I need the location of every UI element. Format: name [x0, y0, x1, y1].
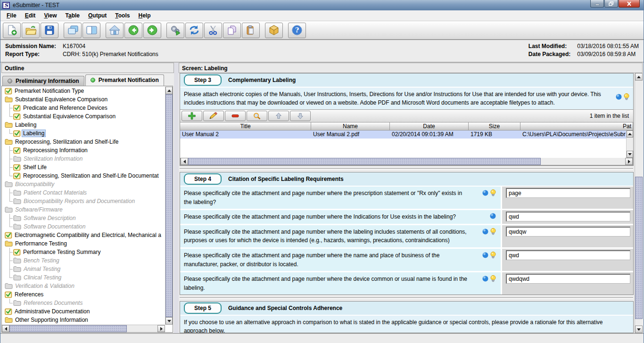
scroll-down-button[interactable] — [627, 151, 633, 158]
tree-item-reprocessing-sterilization-and-shelf-lif[interactable]: Reprocessing, Sterilization and Shelf-Li… — [3, 138, 165, 146]
refresh-button[interactable] — [185, 23, 203, 38]
tree-item-clinical-testing[interactable]: Clinical Testing — [3, 273, 165, 282]
menu-file[interactable]: File — [2, 11, 21, 20]
tab-premarket-notification[interactable]: Premarket Notification — [85, 74, 164, 86]
column-header-pat[interactable]: Pat — [520, 122, 633, 131]
home-button[interactable] — [106, 23, 124, 38]
menu-view[interactable]: View — [40, 11, 61, 20]
copy-button[interactable] — [223, 23, 241, 38]
scrollbar-thumb[interactable] — [188, 158, 541, 165]
minimize-button[interactable] — [590, 0, 604, 8]
paste-button[interactable] — [242, 23, 260, 38]
tree-horizontal-scrollbar[interactable] — [2, 325, 165, 332]
tree-item-software-description[interactable]: Software Description — [3, 214, 165, 222]
tree-item-verification-validation[interactable]: Verification & Validation — [3, 282, 165, 290]
cut-button[interactable] — [204, 23, 222, 38]
tree-item-predicate-and-reference-devices[interactable]: Predicate and Reference Devices — [3, 104, 165, 112]
citation-input-3[interactable] — [506, 227, 630, 237]
move-up-button[interactable] — [268, 111, 289, 121]
tab-preliminary-information[interactable]: Preliminary Information — [2, 76, 84, 86]
split-view-button[interactable] — [83, 23, 100, 38]
open-folder-button[interactable] — [22, 23, 40, 38]
back-button[interactable] — [124, 23, 142, 38]
tree-item-labeling[interactable]: Labeling — [3, 129, 165, 138]
tree-vertical-scrollbar[interactable] — [165, 87, 173, 325]
new-file-button[interactable] — [3, 23, 21, 38]
cascade-windows-button[interactable] — [64, 23, 82, 38]
remove-button[interactable] — [225, 111, 246, 121]
tree-item-other-supporting-information[interactable]: Other Supporting Information — [3, 316, 165, 324]
scroll-up-button[interactable] — [635, 73, 643, 81]
tree-item-administrative-documentation[interactable]: Administrative Documentation — [3, 307, 165, 316]
column-header-title[interactable]: Title — [180, 122, 311, 131]
tree-item-software-firmware[interactable]: Software/Firmware — [3, 205, 165, 214]
forward-button[interactable] — [143, 23, 161, 38]
tree-item-substantial-equivalence-comparison[interactable]: Substantial Equivalence Comparison — [3, 112, 165, 121]
tree-item-references-documents[interactable]: References Documents — [3, 299, 165, 307]
scroll-up-button[interactable] — [627, 131, 633, 138]
table-row[interactable]: User Manual 2User Manual 2.pdf02/20/2014… — [180, 131, 633, 139]
scroll-up-button[interactable] — [165, 87, 173, 94]
menu-output[interactable]: Output — [84, 11, 111, 20]
open-folder-icon — [25, 25, 37, 35]
scroll-down-button[interactable] — [165, 317, 173, 325]
tree-item-bench-testing[interactable]: Bench Testing — [3, 256, 165, 265]
lightbulb-icon — [490, 275, 496, 282]
remove-icon — [231, 113, 239, 119]
menu-help[interactable]: Help — [134, 11, 155, 20]
tree-item-software-documentation[interactable]: Software Documentation — [3, 222, 165, 231]
panel-splitter[interactable] — [174, 63, 179, 333]
tree-item-shelf-life[interactable]: Shelf Life — [3, 163, 165, 172]
edit-button[interactable] — [203, 111, 224, 121]
close-button[interactable] — [619, 0, 640, 8]
tree-item-animal-testing[interactable]: Animal Testing — [3, 265, 165, 273]
tree-item-patient-contact-materials[interactable]: Patient Contact Materials — [3, 188, 165, 197]
menu-table[interactable]: Table — [61, 11, 84, 20]
package-button[interactable] — [265, 23, 283, 38]
save-button[interactable] — [41, 23, 58, 38]
tree-item-substantial-equivalence-comparison[interactable]: Substantial Equivalence Comparison — [3, 95, 165, 104]
column-header-size[interactable]: Size — [469, 122, 520, 131]
menu-tools[interactable]: Tools — [111, 11, 134, 20]
column-header-name[interactable]: Name — [311, 122, 390, 131]
scroll-right-button[interactable] — [157, 325, 165, 332]
screen-vertical-scrollbar[interactable] — [635, 73, 643, 333]
scrollbar-thumb[interactable] — [9, 325, 127, 332]
tree-item-biocompatibility-reports-and-documentati[interactable]: Biocompatibility Reports and Documentati… — [3, 197, 165, 205]
view-search-button[interactable] — [247, 111, 267, 121]
restore-button[interactable] — [604, 0, 618, 8]
tree-item-biocompatibility[interactable]: Biocompatibility — [3, 180, 165, 188]
tree-item-sterilization-information[interactable]: Sterilization Information — [3, 155, 165, 163]
citation-input-5[interactable] — [506, 274, 630, 284]
tree-item-performance-testing-summary[interactable]: Performance Testing Summary — [3, 248, 165, 256]
column-header-date[interactable]: Date — [390, 122, 469, 131]
tree-item-reprocessing-sterilization-and-shelf-lif[interactable]: Reprocessing, Sterilization and Shelf-Li… — [3, 172, 165, 180]
tree-item-labeling[interactable]: Labeling — [3, 121, 165, 129]
scrollbar-thumb[interactable] — [165, 94, 173, 317]
step3-header: Step 3 Complementary Labeling — [180, 74, 633, 88]
tree-item-premarket-notification-type[interactable]: Premarket Notification Type — [3, 87, 165, 95]
status-bar — [0, 333, 644, 343]
move-up-icon — [275, 112, 282, 120]
citation-input-2[interactable] — [506, 212, 630, 221]
tree-item-performance-testing[interactable]: Performance Testing — [3, 239, 165, 248]
table-vertical-scrollbar[interactable] — [626, 131, 633, 158]
citation-input-1[interactable] — [506, 188, 630, 198]
run-gears-button[interactable] — [166, 23, 184, 38]
tree-item-reprocessing-information[interactable]: Reprocessing Information — [3, 146, 165, 155]
paste-icon — [246, 25, 256, 35]
scrollbar-thumb[interactable] — [635, 177, 643, 319]
citation-input-4[interactable] — [506, 250, 630, 260]
main-area: Outline Preliminary InformationPremarket… — [0, 63, 644, 333]
move-down-button[interactable] — [290, 111, 311, 121]
tree-item-electromagnetic-compatibility-and-electr[interactable]: Electromagnetic Compatibility and Electr… — [3, 231, 165, 239]
add-button[interactable] — [182, 111, 202, 121]
tree-item-references[interactable]: References — [3, 290, 165, 299]
scroll-left-button[interactable] — [2, 325, 9, 332]
scroll-left-button[interactable] — [181, 158, 188, 165]
help-button[interactable]: ? — [288, 23, 306, 38]
scroll-right-button[interactable] — [625, 158, 633, 165]
menu-edit[interactable]: Edit — [21, 11, 40, 20]
table-horizontal-scrollbar[interactable] — [180, 158, 633, 165]
scroll-down-button[interactable] — [635, 326, 643, 333]
